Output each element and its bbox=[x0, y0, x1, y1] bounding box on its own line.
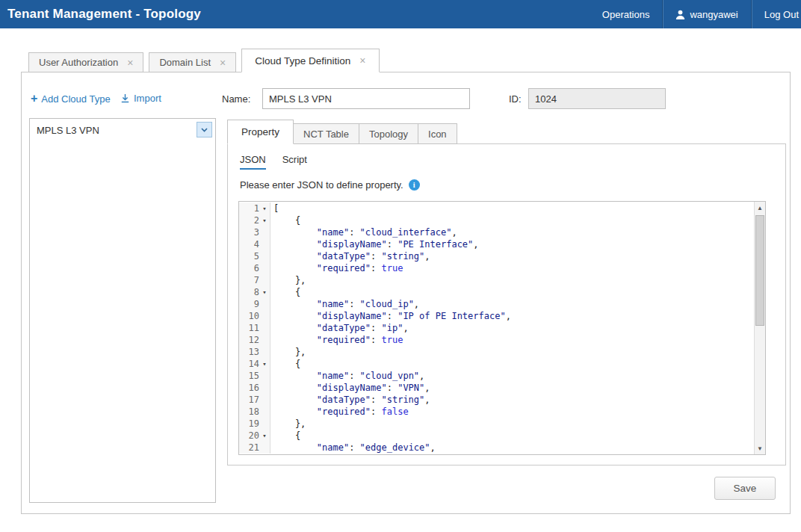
code-token: }, bbox=[273, 418, 306, 429]
fold-toggle-icon bbox=[259, 250, 270, 262]
line-number: 15 bbox=[241, 370, 259, 382]
fold-toggle-icon bbox=[259, 274, 270, 286]
code-token: "displayName" bbox=[317, 311, 387, 321]
code-token: "displayName" bbox=[317, 239, 387, 250]
scrollbar-thumb[interactable] bbox=[755, 215, 764, 326]
scroll-up-icon[interactable]: ▲ bbox=[755, 202, 765, 214]
line-gutter: 9 bbox=[239, 298, 270, 310]
fold-toggle-icon[interactable]: ▾ bbox=[259, 286, 270, 298]
nav-logout[interactable]: Log Out bbox=[752, 0, 801, 28]
code-token: , bbox=[473, 239, 478, 250]
code-token: , bbox=[424, 395, 430, 405]
line-number: 19 bbox=[241, 418, 259, 430]
code-line: "dataType": "string", bbox=[270, 250, 430, 262]
name-label: Name: bbox=[222, 93, 250, 105]
line-number: 21 bbox=[241, 442, 259, 454]
line-gutter: 6 bbox=[239, 262, 270, 274]
chevron-down-icon bbox=[201, 128, 208, 132]
code-line: }, bbox=[270, 418, 306, 430]
import-button[interactable]: Import bbox=[120, 93, 161, 104]
dropdown-toggle-button[interactable] bbox=[197, 122, 212, 137]
code-token: "displayName" bbox=[317, 383, 387, 393]
editor-line: 1▾[ bbox=[239, 202, 754, 214]
main-panel: + Add Cloud Type Import MPLS L3 VPN Name… bbox=[21, 72, 791, 514]
code-token bbox=[273, 311, 317, 321]
name-input[interactable] bbox=[262, 88, 470, 109]
line-number: 18 bbox=[241, 406, 259, 418]
detail-tab-topology[interactable]: Topology bbox=[359, 123, 418, 144]
code-token: "required" bbox=[317, 335, 371, 345]
code-line: { bbox=[270, 358, 300, 370]
line-number: 5 bbox=[241, 250, 259, 262]
code-token: : bbox=[387, 239, 398, 250]
line-gutter: 8▾ bbox=[239, 286, 270, 298]
tab-close-icon[interactable]: × bbox=[220, 58, 226, 68]
line-gutter: 15 bbox=[239, 370, 270, 382]
editor-line: 4 "displayName": "PE Interface", bbox=[239, 238, 754, 250]
tab-domain-list[interactable]: Domain List× bbox=[149, 52, 236, 72]
editor-scrollbar[interactable]: ▲ ▼ bbox=[754, 202, 765, 454]
fold-toggle-icon[interactable]: ▾ bbox=[259, 358, 270, 370]
code-token: "name" bbox=[317, 442, 349, 453]
code-token bbox=[273, 383, 317, 393]
code-token bbox=[273, 251, 317, 262]
fold-toggle-icon bbox=[259, 310, 270, 322]
info-icon[interactable]: i bbox=[409, 179, 420, 191]
code-line: "name": "cloud_vpn", bbox=[270, 370, 424, 382]
editor-line: 5 "dataType": "string", bbox=[239, 250, 754, 262]
code-token: : bbox=[349, 299, 359, 309]
detail-tabbar: PropertyNCT TableTopologyIcon bbox=[227, 120, 457, 144]
tab-close-icon[interactable]: × bbox=[359, 55, 365, 66]
fold-toggle-icon bbox=[259, 298, 270, 310]
subtab-json[interactable]: JSON bbox=[240, 154, 266, 170]
editor-line: 19 }, bbox=[239, 418, 754, 430]
cloud-type-selected-item[interactable]: MPLS L3 VPN bbox=[30, 119, 215, 141]
code-token: : bbox=[349, 371, 359, 381]
fold-toggle-icon bbox=[259, 238, 270, 250]
tab-label: Cloud Type Definition bbox=[255, 55, 350, 66]
nav-user[interactable]: wangyawei bbox=[663, 0, 750, 28]
tab-cloud-type-definition[interactable]: Cloud Type Definition× bbox=[241, 49, 379, 72]
document-tabbar: User Authorization×Domain List×Cloud Typ… bbox=[28, 49, 380, 72]
tab-user-authorization[interactable]: User Authorization× bbox=[28, 52, 143, 72]
fold-toggle-icon[interactable]: ▾ bbox=[259, 214, 270, 226]
hint-row: Please enter JSON to define property. i bbox=[240, 179, 420, 191]
add-cloud-type-button[interactable]: + Add Cloud Type bbox=[31, 93, 111, 105]
save-button[interactable]: Save bbox=[714, 477, 776, 500]
nav-logout-label: Log Out bbox=[764, 9, 799, 20]
code-token: [ bbox=[273, 203, 279, 214]
fold-toggle-icon[interactable]: ▾ bbox=[259, 202, 270, 214]
property-subtabs: JSONScript bbox=[240, 154, 307, 170]
nav-operations[interactable]: Operations bbox=[590, 0, 663, 28]
code-token: , bbox=[424, 383, 430, 393]
property-hint: Please enter JSON to define property. bbox=[240, 179, 403, 191]
fold-toggle-icon[interactable]: ▾ bbox=[259, 430, 270, 442]
editor-line: 14▾ { bbox=[239, 358, 754, 370]
import-label: Import bbox=[134, 93, 161, 104]
line-number: 8 bbox=[241, 286, 259, 298]
code-token: , bbox=[506, 311, 511, 321]
code-line: "displayName": "VPN", bbox=[270, 382, 430, 394]
line-number: 20 bbox=[241, 430, 259, 442]
fold-toggle-icon bbox=[259, 442, 270, 454]
line-number: 11 bbox=[241, 322, 259, 334]
code-token: "cloud_ip" bbox=[360, 299, 414, 309]
detail-tab-property[interactable]: Property bbox=[227, 120, 294, 144]
page-title: Tenant Management - Topology bbox=[0, 7, 201, 22]
line-gutter: 7 bbox=[239, 274, 270, 286]
code-token: "IP of PE Interface" bbox=[398, 311, 506, 321]
subtab-script[interactable]: Script bbox=[282, 154, 307, 170]
code-token bbox=[273, 323, 317, 333]
detail-tab-nct-table[interactable]: NCT Table bbox=[294, 123, 359, 144]
json-editor[interactable]: 1▾[2▾ {3 "name": "cloud_interface",4 "di… bbox=[238, 201, 766, 455]
code-token: , bbox=[414, 299, 419, 309]
detail-tab-icon[interactable]: Icon bbox=[418, 123, 457, 144]
code-token: true bbox=[382, 335, 403, 345]
code-token: true bbox=[382, 263, 403, 273]
editor-line: 10 "displayName": "IP of PE Interface", bbox=[239, 310, 754, 322]
line-gutter: 19 bbox=[239, 418, 270, 430]
editor-line: 16 "displayName": "VPN", bbox=[239, 382, 754, 394]
scroll-down-icon[interactable]: ▼ bbox=[755, 442, 765, 454]
tab-close-icon[interactable]: × bbox=[127, 58, 133, 68]
editor-line: 7 }, bbox=[239, 274, 754, 286]
